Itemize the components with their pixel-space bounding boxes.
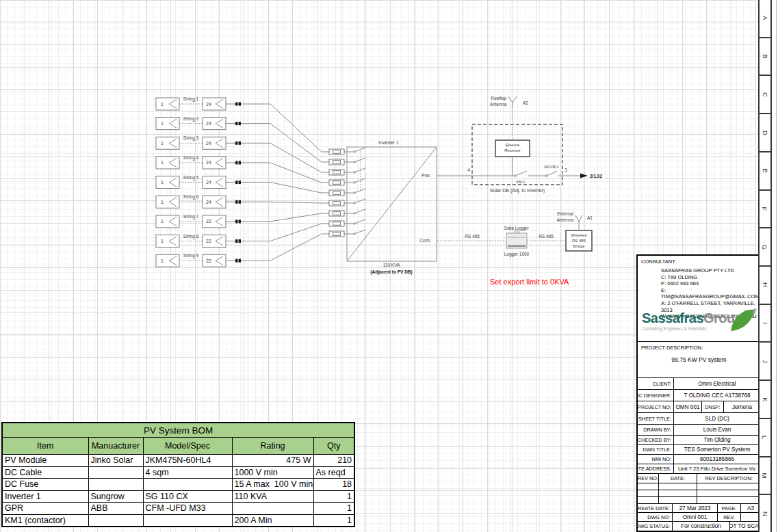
bom-header-manufacturer: Manuacturer: [88, 438, 143, 455]
external-antenna-line1: External: [557, 211, 573, 216]
border-zone-letter: B: [762, 54, 769, 58]
dc-cable-run: [241, 183, 329, 193]
consultant-line: C: TIM OLDING: [661, 274, 760, 281]
dwg-no-row: DWG NO: Omni 001 REV.: [638, 513, 760, 522]
bom-cell: DC Fuse: [2, 479, 88, 491]
border-zone-cell: J: [760, 343, 770, 381]
page-label: PAGE:: [717, 504, 740, 512]
bom-cell: 475 W: [232, 455, 313, 467]
dc-isolator-switch: [355, 158, 365, 162]
dc-isolator-switch: [355, 209, 365, 213]
dwg-title-label: DWG TITLE:: [638, 445, 673, 454]
site-address-row: SITE ADDRESS: Unit 7 23 Fillo Drive Some…: [638, 464, 760, 474]
dc-connector: [239, 259, 242, 263]
border-zone-cell: A: [760, 0, 770, 38]
bom-cell: [143, 479, 232, 491]
rooftop-antenna-line1: Rooftop: [491, 96, 506, 101]
bom-cell: [88, 466, 143, 479]
rev-empty-row: [638, 483, 760, 490]
bom-cell: GPR: [2, 503, 88, 515]
client-row: CLIENT: Omni Electrical: [638, 378, 760, 390]
bom-title: PV System BOM: [2, 423, 354, 438]
project-description-value: 99.75 KW PV system: [638, 356, 760, 363]
string-count: 1: [161, 219, 164, 224]
dc-isolator-switch: [355, 220, 365, 224]
dc-fuse-element: [333, 222, 341, 226]
string-count: 1: [161, 180, 164, 185]
border-zone-letter: L: [761, 436, 768, 439]
dc-cable-run: [241, 224, 329, 241]
dc-isolator-switch: [355, 199, 365, 203]
inverter-com-label: Com.: [419, 238, 431, 243]
bom-row: GPR ABB CFM -UFD M33 1: [2, 503, 354, 515]
bom-cell: [88, 479, 143, 491]
bom-header-model: Model/Spec: [143, 438, 232, 455]
border-zone-cell: B: [760, 38, 770, 77]
dc-fuse-element: [333, 161, 341, 164]
border-zone-letter: M: [761, 473, 768, 479]
dc-cable-run: [241, 234, 329, 261]
sheet-title-row: SHEET TITLE: SLD (DC): [638, 413, 760, 425]
string-count: 1: [161, 102, 164, 107]
string-label: String 2: [183, 116, 199, 122]
dc-connector: [235, 181, 238, 184]
border-zone-letter: J: [762, 360, 769, 363]
dc-fuse-element: [333, 212, 341, 215]
project-no-label: PROJECT NO:: [638, 401, 673, 412]
site-address-value: Unit 7 23 Fillo Drive Somerton Vic: [673, 464, 760, 473]
rev-value: [740, 513, 760, 521]
rooftop-antenna-icon: [508, 96, 517, 107]
bom-cell: ABB: [88, 503, 143, 515]
rs485-label-b: RS 485: [539, 234, 554, 239]
logger-model: Logger 1000: [504, 252, 530, 257]
consultant-line: P: 0402 933 964: [661, 280, 760, 287]
bom-table: PV System BOM Item Manuacturer Model/Spe…: [1, 422, 355, 527]
border-zone-letter: I: [761, 322, 768, 324]
dnsp-label: DNSP:: [701, 401, 723, 412]
string-label: String 1: [183, 96, 199, 102]
client-label: CLIENT:: [638, 378, 673, 389]
bom-cell: 4 sqm: [143, 466, 232, 479]
inverter-pwr-label: Pwr.: [422, 173, 431, 178]
bom-cell: Jinko Solar: [88, 455, 143, 467]
bom-cell: Inverter 1: [2, 490, 88, 503]
border-zone-letter: D: [762, 131, 769, 135]
sheet-reference: 2/1.02: [590, 174, 602, 178]
sheet-title-label: SHEET TITLE:: [638, 413, 673, 424]
string-label: String 6: [183, 194, 199, 200]
bom-cell: DC Cable: [2, 466, 88, 479]
border-zone-letter: C: [762, 92, 769, 97]
dc-isolator-switch: [355, 230, 365, 234]
string-panel-count: 22: [206, 219, 211, 224]
consultant-section: CONSULTANT: SASSAFRAS GROUP PTY LTD C: T…: [638, 256, 760, 342]
inverter-diagonal: [347, 147, 437, 261]
dc-cable-run: [241, 213, 329, 222]
bom-row: KM1 (contactor) 200 A Min 1: [2, 514, 354, 527]
border-zone-cell: F: [760, 191, 770, 229]
string-panel-count: 24: [206, 180, 211, 185]
dwg-title-value: TES Somerton PV System: [673, 445, 760, 454]
bom-header-qty: Qty: [313, 438, 354, 455]
external-antenna-line2: Antenna: [557, 217, 574, 222]
conductor-ref-out: 3: [565, 168, 567, 172]
bom-cell: Sungrow: [88, 490, 143, 503]
dc-fuse-element: [333, 191, 341, 195]
dc-cable-run: [241, 104, 329, 152]
client-value: Omni Electrical: [673, 378, 760, 389]
scale-note: NOT TO SCALE: [729, 522, 760, 531]
bom-cell: 15 A max 100 V min: [232, 479, 313, 491]
cec-designer-value: T OLDING CEC A1738768: [673, 390, 760, 401]
border-zone-cell: C: [760, 76, 770, 114]
bom-row: Inverter 1 Sungrow SG 110 CX 110 KVA 1: [2, 490, 354, 503]
bom-cell: JKM475N-60HL4: [143, 455, 232, 467]
inverter-title: Inverter 1: [378, 140, 399, 145]
create-date-value: 27 Mar 2023: [672, 504, 717, 512]
border-zone-letter: H: [762, 282, 769, 287]
create-date-label: CREATE DATE:: [638, 504, 672, 512]
string-label: String 8: [183, 234, 199, 239]
bom-cell: 1000 V min: [232, 466, 313, 479]
border-zone-cell: D: [760, 114, 770, 152]
string-label: String 5: [183, 175, 199, 181]
leaf-icon: [729, 305, 758, 332]
bom-row: DC Fuse 15 A max 100 V min 18: [2, 479, 354, 491]
